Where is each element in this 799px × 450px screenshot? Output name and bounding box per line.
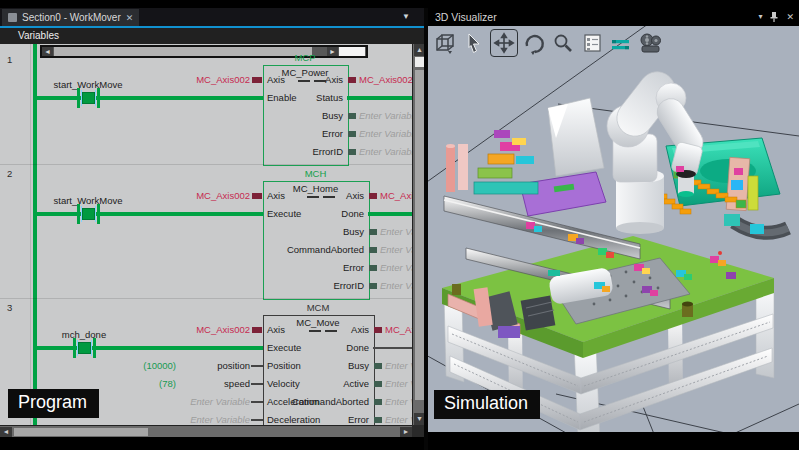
output-connector (369, 193, 377, 199)
contact-state[interactable] (82, 208, 95, 220)
simulation-caption: Simulation (434, 390, 540, 419)
hscroll-thumb[interactable] (14, 428, 148, 436)
output-variable[interactable]: Enter Variable (359, 110, 412, 121)
input-connector (251, 365, 263, 367)
output-variable[interactable]: Enter Variable (385, 378, 412, 389)
fb-output-pin: Done (263, 208, 364, 219)
tab-section0-workmover[interactable]: Section0 - WorkMover ✕ (2, 9, 139, 26)
input-variable[interactable]: Enter Variable (118, 396, 250, 407)
input-connector (251, 401, 263, 403)
scroll-left-icon[interactable]: ◄ (0, 427, 12, 437)
fb-output-pin: Error (263, 128, 343, 139)
output-variable[interactable]: Enter Variable (359, 146, 412, 157)
horizontal-scrollbar[interactable]: ◄ ► (0, 425, 412, 437)
visualizer-title-bar[interactable]: 3D Visualizer ▾ ✕ (428, 8, 799, 26)
contact-bar[interactable] (77, 88, 80, 108)
contact-bar[interactable] (73, 338, 76, 358)
zoom-icon[interactable] (550, 30, 576, 56)
view-cube-icon[interactable] (432, 30, 458, 56)
input-connector (252, 327, 262, 333)
robot-arm (607, 65, 708, 234)
input-connector (251, 383, 263, 385)
fb-instance-name[interactable]: MCH (263, 168, 368, 179)
visualizer-toolbar (432, 29, 663, 57)
vscroll-thumb[interactable] (415, 70, 424, 400)
output-connector (374, 399, 382, 405)
axis-dash (307, 196, 319, 198)
input-connector (252, 77, 262, 83)
fb-output-pin: Status (263, 92, 343, 103)
program-caption: Program (8, 389, 99, 418)
contact-bar[interactable] (97, 204, 100, 224)
output-variable[interactable]: Enter Variable (359, 128, 412, 139)
fb-output-pin: CommandAborted (263, 396, 369, 407)
dimension-icon[interactable] (608, 30, 634, 56)
tab-title: Section0 - WorkMover (22, 12, 121, 23)
output-connector (374, 417, 382, 423)
output-connector (369, 247, 377, 253)
rung-number: 2 (7, 168, 12, 179)
pin-icon[interactable] (770, 12, 778, 22)
output-connector (348, 149, 356, 155)
output-wire (368, 212, 412, 216)
output-variable[interactable]: MC_Axis002 (380, 190, 412, 201)
input-variable[interactable]: speed (118, 378, 250, 389)
fb-output-pin: Active (263, 378, 369, 389)
output-variable[interactable]: MC_Axis002 (359, 74, 412, 85)
record-movie-icon[interactable] (637, 30, 663, 56)
output-variable[interactable]: Enter Variable (380, 280, 412, 291)
input-variable[interactable]: MC_Axis002 (118, 324, 250, 335)
collapse-icon[interactable]: ▾ (758, 8, 762, 26)
input-variable[interactable]: position (118, 360, 250, 371)
rung-wire (36, 346, 263, 350)
fb-output-pin: Done (263, 342, 369, 353)
scene-list-icon[interactable] (579, 30, 605, 56)
fb-instance-name[interactable]: MCP (263, 52, 347, 63)
input-variable[interactable]: MC_Axis002 (118, 74, 250, 85)
fb-output-pin: ErrorID (263, 146, 343, 157)
vertical-scrollbar[interactable]: ▲ ▼ (412, 44, 424, 425)
contact-bar[interactable] (77, 204, 80, 224)
3d-scene (428, 26, 799, 432)
output-variable[interactable]: Enter Variable (385, 396, 412, 407)
input-connector (252, 193, 262, 199)
output-variable[interactable]: Enter Variable (380, 244, 412, 255)
scroll-right-icon[interactable]: ► (400, 427, 412, 437)
rung-separator (0, 298, 412, 299)
visualizer-title: 3D Visualizer (435, 11, 497, 23)
input-variable[interactable]: Enter Variable (118, 414, 250, 425)
contact-bar[interactable] (93, 338, 96, 358)
document-tab-bar: Section0 - WorkMover ✕ ▼ (0, 8, 424, 28)
scroll-left-icon[interactable]: ◄ (42, 47, 53, 56)
scrollbar-split-button[interactable] (415, 57, 424, 67)
ladder-canvas[interactable]: ◄ ► 1start_WorkMoveMCPMC_PowerAxisAxisMC… (0, 44, 412, 425)
rung-number: 3 (7, 302, 12, 313)
contact-state[interactable] (78, 342, 91, 354)
fb-output-pin: Error (263, 414, 369, 425)
orbit-icon[interactable] (521, 30, 547, 56)
rung-wire (36, 96, 263, 100)
tab-close-icon[interactable]: ✕ (126, 13, 134, 23)
select-cursor-icon[interactable] (461, 30, 487, 56)
output-variable[interactable]: Enter Variable (380, 262, 412, 273)
fb-instance-name[interactable]: MCM (263, 302, 373, 313)
variables-bar[interactable]: Variables (0, 28, 424, 44)
pan-icon[interactable] (490, 29, 518, 57)
output-variable[interactable]: Enter Variable (385, 414, 412, 425)
left-power-rail (33, 44, 37, 425)
contact-state[interactable] (82, 92, 95, 104)
fb-output-pin: ErrorID (263, 280, 364, 291)
3d-viewport[interactable] (428, 26, 799, 432)
output-connector (369, 265, 377, 271)
tab-list-dropdown-icon[interactable]: ▼ (402, 12, 410, 21)
output-connector (374, 327, 382, 333)
axis-dash (323, 196, 335, 198)
contact-bar[interactable] (97, 88, 100, 108)
close-icon[interactable]: ✕ (786, 8, 794, 26)
input-variable[interactable]: MC_Axis002 (118, 190, 250, 201)
output-variable[interactable]: MC_Axis002 (385, 324, 412, 335)
output-variable[interactable]: Enter Variable (380, 226, 412, 237)
contact-tick (95, 206, 96, 222)
axis-dash (314, 80, 326, 82)
output-variable[interactable]: Enter Variable (385, 360, 412, 371)
